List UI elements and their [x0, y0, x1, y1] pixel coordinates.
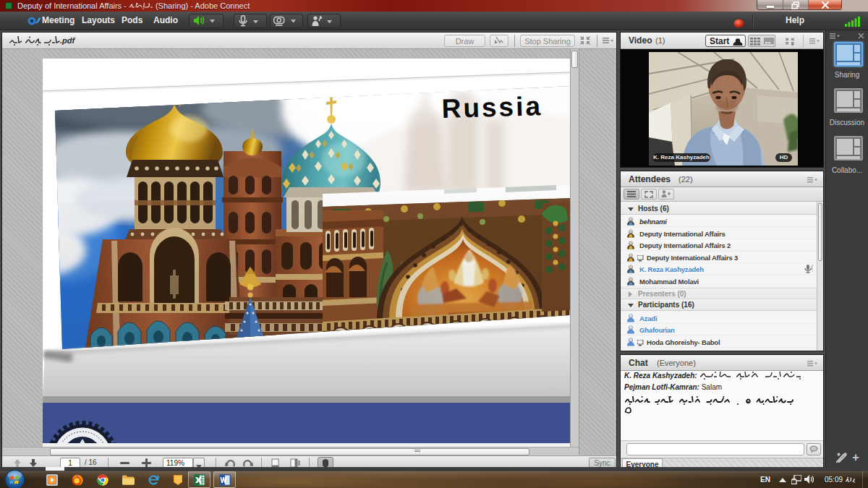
svg-text:.pdf: .pdf [60, 36, 75, 45]
svg-text:Russia: Russia [441, 91, 542, 124]
